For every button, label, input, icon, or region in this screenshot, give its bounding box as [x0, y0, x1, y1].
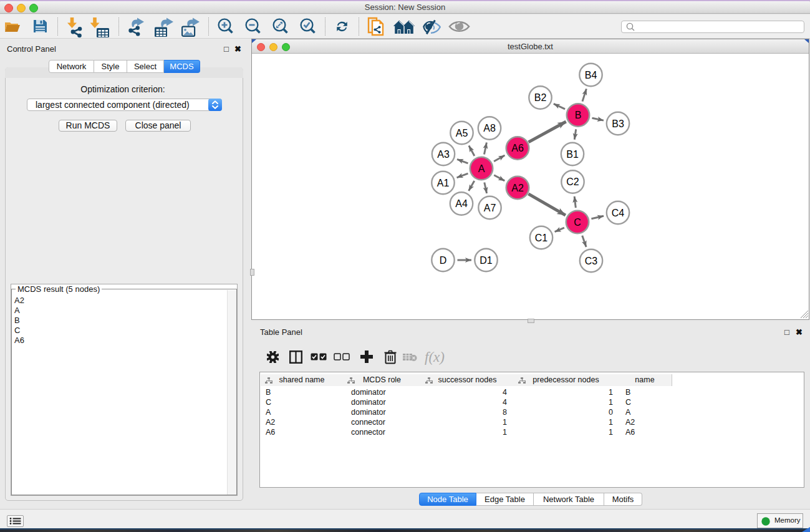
svg-text:A6: A6: [511, 143, 524, 153]
svg-text:B1: B1: [566, 149, 579, 160]
svg-text:D1: D1: [480, 255, 493, 266]
svg-text:C2: C2: [566, 177, 579, 187]
svg-text:D: D: [440, 255, 447, 266]
svg-text:A7: A7: [484, 203, 496, 213]
svg-text:B3: B3: [612, 118, 624, 129]
svg-text:A2: A2: [511, 183, 524, 193]
svg-text:C: C: [574, 217, 581, 228]
svg-text:C4: C4: [612, 208, 625, 218]
svg-text:A4: A4: [455, 198, 468, 209]
svg-text:A8: A8: [483, 123, 496, 133]
svg-text:B2: B2: [534, 92, 547, 103]
svg-text:A: A: [478, 163, 485, 174]
svg-text:A1: A1: [437, 178, 450, 188]
svg-text:C1: C1: [535, 233, 548, 243]
svg-text:B4: B4: [585, 70, 597, 80]
svg-text:A5: A5: [456, 128, 468, 138]
svg-text:A3: A3: [437, 149, 450, 160]
svg-text:C3: C3: [585, 256, 598, 266]
svg-text:B: B: [575, 110, 582, 120]
